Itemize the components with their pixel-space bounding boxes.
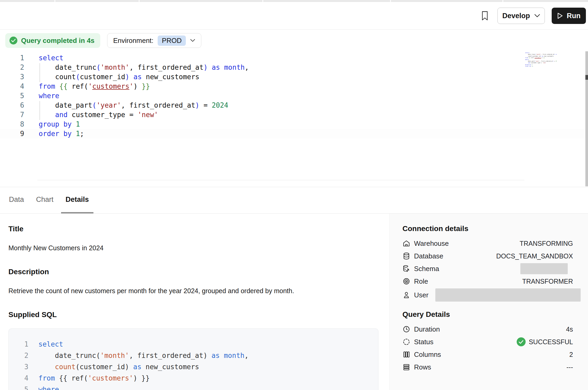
line-number: 5 — [17, 384, 28, 390]
row-label: Rows — [414, 363, 431, 371]
role-icon — [402, 277, 410, 285]
bookmark-icon — [481, 11, 489, 21]
info-row-user: User — [402, 288, 573, 302]
description-heading: Description — [8, 268, 379, 276]
code-line: 7 and customer_type = 'new' — [0, 110, 588, 119]
row-value: TRANSFORMER — [522, 278, 573, 285]
develop-dropdown-button[interactable]: Develop — [497, 8, 545, 24]
details-panel: Title Monthly New Customers in 2024 Desc… — [0, 214, 588, 390]
code-line: 5where — [17, 384, 378, 390]
tab-divider — [262, 0, 263, 2]
row-value — [435, 288, 573, 302]
editor-scrollbar[interactable] — [585, 51, 588, 186]
schema-icon — [402, 265, 410, 273]
editor-minimap[interactable]: 1select2 date_trunc('month', first_order… — [525, 52, 557, 71]
chevron-down-icon — [534, 14, 540, 18]
warehouse-icon — [402, 239, 410, 247]
row-label: Status — [414, 338, 433, 346]
success-check-icon — [9, 37, 17, 44]
row-label: Duration — [414, 325, 440, 333]
rows-icon — [402, 363, 410, 371]
row-label: Database — [414, 252, 443, 260]
info-row-duration: Duration4s — [402, 323, 573, 336]
results-tab-bar: DataChartDetails — [0, 187, 588, 214]
code-line: 3 count(customer_id) as new_customers — [17, 361, 378, 373]
play-icon — [557, 12, 563, 19]
chevron-down-icon — [190, 39, 195, 42]
row-value — [520, 263, 573, 274]
line-number: 4 — [0, 82, 24, 91]
row-label: Warehouse — [414, 239, 449, 248]
row-value: 4s — [566, 326, 573, 333]
info-row-role: RoleTRANSFORMER — [402, 275, 573, 288]
redacted-value — [435, 288, 581, 302]
row-value: DOCS_TEAM_SANDBOX — [496, 252, 573, 260]
app-root: Develop Run Query completed in 4s Enviro… — [0, 0, 588, 390]
tab-details[interactable]: Details — [61, 187, 93, 213]
editor-scrollbar-thumb[interactable] — [585, 75, 588, 80]
tab-data[interactable]: Data — [4, 187, 28, 213]
code-line: 1select — [0, 53, 588, 63]
environment-value-pill: PROD — [158, 36, 186, 46]
info-row-columns: Columns2 — [402, 348, 573, 361]
line-number: 4 — [17, 373, 28, 384]
code-line: 4from {{ ref('customers') }} — [17, 373, 378, 384]
info-row-status: StatusSUCCESSFUL — [402, 336, 573, 348]
sql-editor[interactable]: 1select2 date_trunc('month', first_order… — [0, 51, 588, 187]
row-value: SUCCESSFUL — [517, 337, 573, 346]
status-icon — [402, 338, 410, 346]
success-check-icon — [517, 337, 526, 346]
info-row-rows: Rows--- — [402, 361, 573, 373]
query-status-text: Query completed in 4s — [21, 37, 94, 45]
tab-chart[interactable]: Chart — [32, 187, 58, 213]
query-status-row: Query completed in 4s Environment: PROD — [0, 30, 588, 51]
line-number: 2 — [0, 63, 24, 72]
line-number: 2 — [17, 350, 28, 361]
supplied-sql-heading: Supplied SQL — [8, 311, 379, 319]
details-left-pane: Title Monthly New Customers in 2024 Desc… — [0, 214, 389, 390]
run-button[interactable]: Run — [552, 8, 586, 24]
row-label: Columns — [414, 351, 441, 359]
details-right-pane: Connection details WarehouseTRANSFORMING… — [389, 214, 588, 390]
database-icon — [402, 252, 410, 260]
title-value: Monthly New Customers in 2024 — [8, 244, 379, 252]
environment-dropdown[interactable]: Environment: PROD — [107, 33, 201, 48]
code-line: 2 date_trunc('month', first_ordered_at) … — [0, 63, 588, 72]
line-number: 1 — [0, 53, 24, 63]
query-details-heading: Query Details — [402, 310, 573, 319]
line-number: 7 — [0, 110, 24, 119]
title-heading: Title — [8, 225, 379, 233]
code-line: 8group by 1 — [0, 119, 588, 129]
run-label: Run — [567, 12, 580, 20]
row-value: --- — [566, 363, 573, 371]
columns-icon — [402, 351, 410, 358]
tab-divider — [390, 0, 391, 2]
redacted-value — [520, 263, 568, 274]
user-icon — [402, 291, 410, 299]
line-number: 1 — [17, 339, 28, 350]
line-number: 9 — [0, 129, 24, 138]
code-line: 9order by 1; — [525, 66, 557, 67]
tab-divider — [502, 0, 503, 2]
line-number: 3 — [0, 72, 24, 82]
row-label: User — [414, 291, 428, 299]
connection-details-heading: Connection details — [402, 224, 573, 233]
query-status-badge: Query completed in 4s — [5, 33, 100, 48]
environment-label: Environment: — [113, 37, 153, 45]
info-row-schema: Schema — [402, 262, 573, 275]
line-number: 8 — [0, 119, 24, 129]
row-value: 2 — [569, 351, 573, 358]
row-label: Role — [414, 277, 428, 286]
code-line: 6 date_part('year', first_ordered_at) = … — [0, 101, 588, 110]
header-toolbar: Develop Run — [0, 2, 588, 30]
clock-icon — [402, 325, 410, 333]
tab-divider — [139, 0, 139, 2]
info-row-warehouse: WarehouseTRANSFORMING — [402, 237, 573, 250]
code-line: 1select — [17, 339, 378, 350]
code-line: 2 date_trunc('month', first_ordered_at) … — [17, 350, 378, 361]
develop-label: Develop — [502, 12, 530, 20]
supplied-sql-block: 1select2 date_trunc('month', first_order… — [8, 328, 378, 390]
bookmark-button[interactable] — [479, 9, 491, 23]
row-label: Schema — [414, 265, 439, 273]
code-line: 5where — [0, 91, 588, 101]
